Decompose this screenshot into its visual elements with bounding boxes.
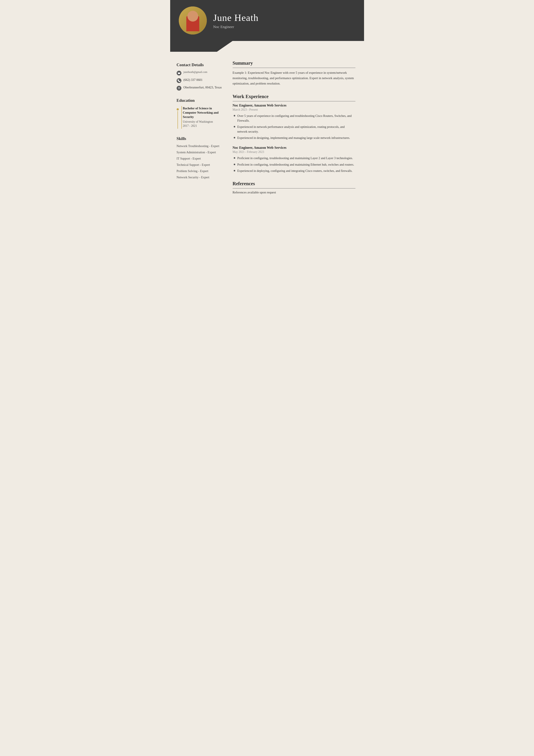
bullet-dot (234, 164, 235, 165)
location-value: Oberbrunnerfurt, 00423, Texas (184, 86, 222, 89)
job-duty-2-2: Proficient in configuring, troubleshooti… (234, 162, 355, 167)
candidate-name: June Heath (213, 12, 259, 23)
bullet-dot (234, 170, 235, 172)
phone-item: (662) 337 0601 (177, 78, 222, 83)
job-block-2: Noc Engineer, Amazon Web Services May 20… (233, 146, 355, 174)
summary-title: Summary (233, 60, 355, 68)
summary-section: Summary Example 1: Experienced Noc Engin… (233, 60, 355, 86)
job-duty-1-3: Experienced in designing, implementing a… (234, 136, 355, 140)
edu-dates: 2017 - 2021 (183, 124, 222, 128)
job-duty-1-1: Over 5 years of experience in configurin… (234, 114, 355, 123)
avatar-image (179, 7, 207, 35)
work-experience-section: Work Experience Noc Engineer, Amazon Web… (233, 94, 355, 174)
phone-value: (662) 337 0601 (184, 78, 203, 82)
header-text: June Heath Noc Engineer (213, 12, 259, 29)
skills-section: Skills Network Troubleshooting - Expert … (177, 136, 222, 179)
references-section: References References available upon req… (233, 181, 355, 194)
skill-item-4: Technical Support - Expert (177, 163, 222, 167)
job-duty-2-3: Experienced in deploying, configuring an… (234, 169, 355, 174)
job-title-2: Noc Engineer, Amazon Web Services (233, 146, 355, 149)
phone-icon (177, 78, 181, 83)
education-section: Education Bachelor of Science in Compute… (177, 98, 222, 129)
email-item: juneheath@gmail.com (177, 70, 222, 75)
skill-item-5: Problem Solving - Expert (177, 169, 222, 173)
job-duty-1-2: Experienced in network performance analy… (234, 125, 355, 134)
edu-degree: Bachelor of Science in Computer Networki… (183, 106, 222, 119)
job-dates-2: May 2021 - February 2023 (233, 150, 355, 154)
avatar (179, 7, 207, 35)
body-layout: Contact Details juneheath@gmail.com (170, 52, 364, 217)
job-block-1: Noc Engineer, Amazon Web Services March … (233, 103, 355, 140)
chevron-shape (170, 41, 233, 52)
education-section-title: Education (177, 98, 222, 103)
references-text: References available upon request (233, 191, 355, 194)
skill-item-3: IT Support - Expert (177, 157, 222, 160)
skill-item-6: Network Security - Expert (177, 176, 222, 179)
bullet-dot (234, 115, 235, 117)
contact-section-title: Contact Details (177, 63, 222, 67)
job-duties-2: Proficient in configuring, troubleshooti… (233, 156, 355, 174)
edu-school: University of Washington (183, 120, 222, 123)
skills-section-title: Skills (177, 136, 222, 141)
edu-content: Bachelor of Science in Computer Networki… (181, 106, 222, 129)
bullet-dot (234, 157, 235, 159)
email-icon (177, 71, 181, 75)
job-title-1: Noc Engineer, Amazon Web Services (233, 103, 355, 107)
contact-section: Contact Details juneheath@gmail.com (177, 63, 222, 91)
bullet-dot (234, 137, 235, 138)
edu-line (177, 111, 178, 129)
location-item: Oberbrunnerfurt, 00423, Texas (177, 86, 222, 91)
education-item: Bachelor of Science in Computer Networki… (177, 106, 222, 129)
job-duties-1: Over 5 years of experience in configurin… (233, 114, 355, 140)
header: June Heath Noc Engineer (170, 0, 364, 41)
bullet-dot (234, 126, 235, 127)
references-title: References (233, 181, 355, 188)
chevron-divider (170, 41, 364, 52)
candidate-title: Noc Engineer (213, 25, 259, 29)
edu-dot (177, 108, 179, 110)
skill-item-1: Network Troubleshooting - Expert (177, 144, 222, 148)
edu-indicator (177, 107, 179, 129)
summary-text: Example 1: Experienced Noc Engineer with… (233, 70, 355, 86)
job-duty-2-1: Proficient in configuring, troubleshooti… (234, 156, 355, 161)
main-content: Summary Example 1: Experienced Noc Engin… (228, 56, 364, 208)
location-icon (177, 86, 181, 91)
resume-wrapper: June Heath Noc Engineer Contact Details (170, 0, 364, 756)
work-experience-title: Work Experience (233, 94, 355, 101)
svg-point-0 (179, 88, 179, 88)
skill-item-2: System Administration - Expert (177, 150, 222, 154)
job-dates-1: March 2023 - Present (233, 108, 355, 112)
email-value: juneheath@gmail.com (184, 70, 207, 74)
sidebar: Contact Details juneheath@gmail.com (170, 56, 228, 208)
